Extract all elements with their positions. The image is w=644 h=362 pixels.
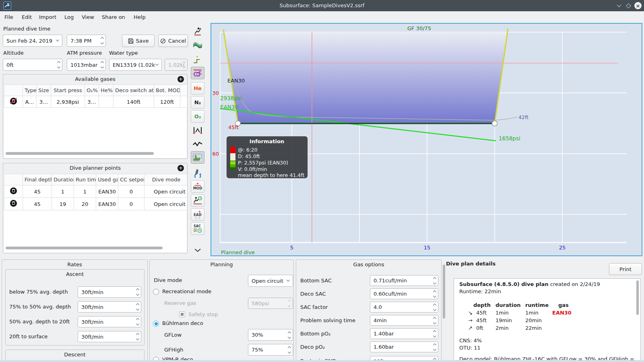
menu-edit[interactable]: Edit — [22, 14, 32, 20]
point-gas-cell[interactable]: EAN30 — [96, 198, 118, 210]
ascent-rate-spinner-3[interactable]: 30ft/min — [78, 316, 141, 327]
toolbar-sac-toggle[interactable]: SAC — [191, 222, 204, 235]
dive-time-spinner[interactable]: 7:38 PM — [67, 35, 106, 47]
plan-details-scrollbar[interactable] — [636, 280, 639, 315]
toolbar-ruler-icon[interactable] — [191, 124, 204, 136]
delete-point-button[interactable] — [4, 198, 23, 210]
plan-details-text-box[interactable]: Subsurface (4.8.5.0) dive plan created o… — [454, 278, 641, 362]
add-gas-button[interactable]: + — [178, 76, 184, 82]
bottom-sac-spinner[interactable]: 0.71cuft/min — [370, 275, 438, 286]
ascent-rate-spinner-2[interactable]: 30ft/min — [78, 301, 141, 313]
atm-pressure-spinner[interactable]: 1013mbar — [67, 59, 106, 71]
col-final-depth[interactable]: Final depth — [23, 174, 52, 185]
col-he[interactable]: He% — [99, 85, 114, 96]
point-duration-cell[interactable]: 19 — [52, 198, 74, 210]
ascent-rate-spinner-1[interactable]: 30ft/min — [78, 286, 141, 298]
gas-o2-cell[interactable]: 3… — [85, 96, 99, 108]
toolbar-dive-planner-icon[interactable] — [191, 25, 204, 37]
gas-size-cell[interactable]: 3… — [37, 96, 51, 108]
point-setpoint-cell[interactable]: 0 — [118, 198, 144, 210]
toolbar-n2-toggle[interactable]: N₂ — [191, 96, 204, 109]
gas-mnd-cell[interactable]: 98f — [180, 96, 188, 108]
dive-date-combo[interactable]: Sun Feb 24, 2019 — [3, 35, 62, 47]
col-o2[interactable]: O₂% — [85, 85, 99, 96]
col-type[interactable]: Type — [23, 85, 37, 96]
points-h-scrollbar[interactable] — [6, 247, 163, 249]
menu-file[interactable]: File — [4, 14, 13, 20]
shade-window-icon[interactable] — [615, 2, 623, 9]
toolbar-recalc-icon[interactable] — [191, 167, 204, 179]
gas-type-cell[interactable]: A… — [23, 96, 37, 108]
segment-arrow-icon: ↘ — [468, 310, 473, 316]
delete-point-button[interactable] — [4, 185, 23, 198]
col-run-time[interactable]: Run time — [74, 174, 96, 185]
gas-bot-mod-cell[interactable]: 120ft — [154, 96, 180, 108]
col-used-gas[interactable]: Used gas — [96, 174, 118, 185]
col-cc-setpoint[interactable]: CC setpoint — [118, 174, 144, 185]
menu-log[interactable]: Log — [64, 14, 74, 20]
problem-time-spinner[interactable]: 4min — [370, 315, 438, 326]
toolbar-profile-shape-icon[interactable] — [191, 53, 204, 66]
deco-sac-spinner[interactable]: 0.60cuft/min — [370, 288, 438, 299]
toolbar-runner-clock-icon[interactable] — [191, 194, 204, 207]
col-bot-mod[interactable]: Bot. MOD — [154, 85, 180, 96]
sac-factor-spinner[interactable]: 4.0 — [370, 302, 438, 313]
cancel-button[interactable]: Cancel — [158, 35, 188, 47]
point-runtime-cell[interactable]: 20 — [74, 198, 96, 210]
waypoint-handle[interactable] — [492, 121, 497, 126]
toolbar-ead-toggle[interactable]: +EAD(···) — [191, 208, 204, 221]
recreational-mode-radio[interactable] — [153, 289, 159, 295]
delete-gas-button[interactable] — [4, 96, 23, 108]
toolbar-photos-icon[interactable] — [191, 151, 204, 164]
ascent-rate-spinner-4[interactable]: 30ft/min — [78, 331, 141, 342]
menu-view[interactable]: View — [82, 14, 94, 20]
sac-factor-label: SAC factor — [300, 304, 328, 310]
point-gas-cell[interactable]: EAN30 — [96, 185, 118, 198]
toolbar-scroll-down-icon[interactable] — [191, 244, 204, 256]
point-divemode-cell[interactable]: Open circuit — [144, 185, 188, 198]
gas-he-cell[interactable] — [99, 96, 114, 108]
gfhigh-spinner[interactable]: 75% — [248, 344, 293, 356]
buhlmann-deco-radio[interactable] — [153, 321, 159, 327]
dive-profile-chart[interactable]: GF 30/75 30 60 5 15 25 EAN30 2938psi EAN… — [211, 23, 642, 256]
toolbar-waves-icon[interactable] — [191, 39, 204, 51]
point-depth-cell[interactable]: 45 — [23, 185, 52, 198]
title-bar[interactable]: Subsurface: SampleDivesV2.ssrf × — [0, 0, 644, 11]
save-button[interactable]: Save — [122, 35, 155, 47]
menu-help[interactable]: Help — [134, 14, 146, 20]
close-window-icon[interactable]: × — [634, 2, 642, 9]
bottom-panel-v-scrollbar[interactable] — [443, 265, 445, 319]
toolbar-planner-clock-icon[interactable] — [191, 67, 204, 79]
col-start-press[interactable]: Start press — [51, 85, 85, 96]
toolbar-heartrate-icon[interactable] — [191, 138, 204, 150]
gflow-spinner[interactable]: 30% — [248, 329, 293, 341]
toolbar-mod-toggle[interactable]: +MOD — [191, 180, 204, 193]
menu-import[interactable]: Import — [39, 14, 56, 20]
col-duration[interactable]: Duration — [52, 174, 74, 185]
gas-deco-switch-cell[interactable]: 140ft — [114, 96, 154, 108]
point-runtime-cell[interactable]: 1 — [74, 185, 96, 198]
water-type-combo[interactable]: EN13319 (1.02k — [109, 59, 162, 71]
point-depth-cell[interactable]: 45 — [23, 198, 52, 210]
deco-po2-spinner[interactable]: 1.60bar — [370, 341, 438, 352]
col-mnd[interactable]: MND — [180, 85, 188, 96]
maximize-window-icon[interactable] — [625, 2, 632, 9]
point-setpoint-cell[interactable]: 0 — [118, 185, 144, 198]
menu-share-on[interactable]: Share on — [102, 14, 125, 20]
col-deco-switch[interactable]: Deco switch at — [114, 85, 154, 96]
bottom-po2-spinner[interactable]: 1.40bar — [370, 328, 438, 339]
toolbar-he-toggle[interactable]: He — [191, 82, 204, 95]
toolbar-o2-toggle[interactable]: O₂ — [191, 110, 204, 123]
add-point-button[interactable]: + — [178, 165, 184, 171]
gas-start-press-cell[interactable]: 2,938psi — [51, 96, 85, 108]
dive-mode-combo[interactable]: Open circuit — [248, 275, 293, 287]
col-dive-mode[interactable]: Dive mode — [144, 174, 188, 185]
safety-stop-checkbox[interactable] — [179, 311, 185, 317]
altitude-spinner[interactable]: 0ft — [3, 59, 62, 71]
print-button[interactable]: Print — [609, 263, 642, 275]
point-duration-cell[interactable]: 1 — [52, 185, 74, 198]
bottom-h-scrollbar[interactable] — [0, 360, 644, 362]
col-size[interactable]: Size — [37, 85, 51, 96]
gases-h-scrollbar[interactable] — [6, 152, 154, 155]
point-divemode-cell[interactable]: Open circuit — [144, 198, 188, 210]
